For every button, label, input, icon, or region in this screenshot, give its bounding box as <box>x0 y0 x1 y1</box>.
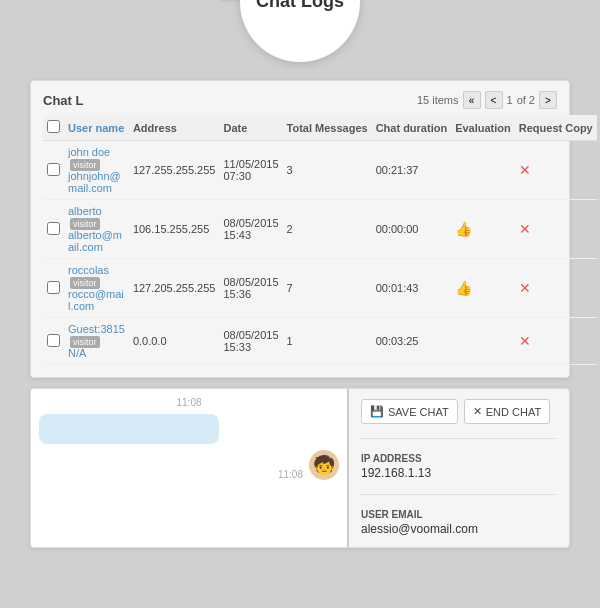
save-chat-button[interactable]: 💾 SAVE CHAT <box>361 399 458 424</box>
row-evaluation: 👍 <box>451 259 515 318</box>
action-buttons: 💾 SAVE CHAT ✕ END CHAT <box>361 399 557 424</box>
row-duration: 00:01:43 <box>372 259 452 318</box>
header-address: Address <box>129 115 220 141</box>
thumb-up-icon: 👍 <box>455 221 472 237</box>
row-duration: 00:21:37 <box>372 141 452 200</box>
row-username: Guest:3815 visitor N/A <box>64 318 129 365</box>
row-address: 127.255.255.255 <box>129 141 220 200</box>
header-request-copy: Request Copy <box>515 115 597 141</box>
row-checkbox[interactable] <box>47 334 60 347</box>
header-date: Date <box>219 115 282 141</box>
panel-title: Chat L <box>43 93 83 108</box>
row-checkbox[interactable] <box>47 281 60 294</box>
header-total-messages: Total Messages <box>283 115 372 141</box>
row-evaluation <box>451 141 515 200</box>
row-username: john doe visitor johnjohn@mail.com <box>64 141 129 200</box>
username-link[interactable]: roccolas <box>68 264 109 276</box>
row-address: 106.15.255.255 <box>129 200 220 259</box>
panel-header: Chat L 15 items « < 1 of 2 > <box>43 91 557 109</box>
table-row: Guest:3815 visitor N/A 0.0.0.0 08/05/201… <box>43 318 597 365</box>
table-header-row: User name Address Date Total Messages Ch… <box>43 115 597 141</box>
row-date: 08/05/201515:36 <box>219 259 282 318</box>
row-evaluation: 👍 <box>451 200 515 259</box>
chat-logs-title: Chat Logs <box>256 0 344 13</box>
chat-area: 11:08 11:08 🧒 <box>31 389 349 547</box>
chat-logs-badge: Chat Logs <box>240 0 360 62</box>
ip-address-label: IP ADDRESS <box>361 453 557 464</box>
row-address: 127.205.255.255 <box>129 259 220 318</box>
row-messages: 2 <box>283 200 372 259</box>
email-link[interactable]: N/A <box>68 347 86 359</box>
row-date: 11/05/201507:30 <box>219 141 282 200</box>
header-checkbox <box>43 115 64 141</box>
row-address: 0.0.0.0 <box>129 318 220 365</box>
row-request-copy: ✕ <box>515 318 597 365</box>
chat-table: User name Address Date Total Messages Ch… <box>43 115 597 365</box>
end-chat-button[interactable]: ✕ END CHAT <box>464 399 550 424</box>
bottom-panel: 11:08 11:08 🧒 💾 SAVE CHAT ✕ END CHAT IP … <box>30 388 570 548</box>
chat-time-1: 11:08 <box>39 397 339 408</box>
sidebar-actions: 💾 SAVE CHAT ✕ END CHAT IP ADDRESS 192.16… <box>349 389 569 547</box>
email-link[interactable]: rocco@mail.com <box>68 288 124 312</box>
ip-address-section: IP ADDRESS 192.168.1.13 <box>361 453 557 480</box>
row-request-copy: ✕ <box>515 141 597 200</box>
header-username[interactable]: User name <box>64 115 129 141</box>
chat-logs-panel: Chat L 15 items « < 1 of 2 > User name A… <box>30 80 570 378</box>
pagination-prev[interactable]: < <box>485 91 503 109</box>
username-link[interactable]: alberto <box>68 205 102 217</box>
page-of: of 2 <box>517 94 535 106</box>
row-username: alberto visitor alberto@mail.com <box>64 200 129 259</box>
select-all-checkbox[interactable] <box>47 120 60 133</box>
user-email-value: alessio@voomail.com <box>361 522 557 536</box>
row-checkbox-cell <box>43 259 64 318</box>
email-link[interactable]: alberto@mail.com <box>68 229 122 253</box>
avatar: 🧒 <box>309 450 339 480</box>
row-duration: 00:00:00 <box>372 200 452 259</box>
delete-icon[interactable]: ✕ <box>519 221 531 237</box>
pagination-first[interactable]: « <box>463 91 481 109</box>
chat-bubble-right: 11:08 🧒 <box>39 450 339 480</box>
delete-icon[interactable]: ✕ <box>519 333 531 349</box>
row-evaluation <box>451 318 515 365</box>
row-request-copy: ✕ <box>515 200 597 259</box>
user-email-label: USER EMAIL <box>361 509 557 520</box>
row-checkbox-cell <box>43 318 64 365</box>
header-evaluation: Evaluation <box>451 115 515 141</box>
end-icon: ✕ <box>473 405 482 418</box>
chat-bubble <box>39 414 219 444</box>
items-count: 15 items <box>417 94 459 106</box>
divider2 <box>361 494 557 495</box>
header-chat-duration: Chat duration <box>372 115 452 141</box>
save-chat-label: SAVE CHAT <box>388 406 449 418</box>
row-messages: 3 <box>283 141 372 200</box>
row-checkbox[interactable] <box>47 222 60 235</box>
delete-icon[interactable]: ✕ <box>519 162 531 178</box>
pagination-next[interactable]: > <box>539 91 557 109</box>
row-duration: 00:03:25 <box>372 318 452 365</box>
end-chat-label: END CHAT <box>486 406 541 418</box>
pagination: 15 items « < 1 of 2 > <box>417 91 557 109</box>
delete-icon[interactable]: ✕ <box>519 280 531 296</box>
row-date: 08/05/201515:33 <box>219 318 282 365</box>
table-row: roccolas visitor rocco@mail.com 127.205.… <box>43 259 597 318</box>
table-row: john doe visitor johnjohn@mail.com 127.2… <box>43 141 597 200</box>
row-checkbox-cell <box>43 200 64 259</box>
row-messages: 7 <box>283 259 372 318</box>
ip-address-value: 192.168.1.13 <box>361 466 557 480</box>
chat-time-2: 11:08 <box>278 469 303 480</box>
save-icon: 💾 <box>370 405 384 418</box>
divider <box>361 438 557 439</box>
row-checkbox[interactable] <box>47 163 60 176</box>
row-username: roccolas visitor rocco@mail.com <box>64 259 129 318</box>
row-date: 08/05/201515:43 <box>219 200 282 259</box>
page-current: 1 <box>507 94 513 106</box>
username-link[interactable]: Guest:3815 <box>68 323 125 335</box>
table-row: alberto visitor alberto@mail.com 106.15.… <box>43 200 597 259</box>
username-link[interactable]: john doe <box>68 146 110 158</box>
row-request-copy: ✕ <box>515 259 597 318</box>
email-link[interactable]: johnjohn@mail.com <box>68 170 121 194</box>
thumb-up-icon: 👍 <box>455 280 472 296</box>
user-email-section: USER EMAIL alessio@voomail.com <box>361 509 557 536</box>
row-messages: 1 <box>283 318 372 365</box>
row-checkbox-cell <box>43 141 64 200</box>
